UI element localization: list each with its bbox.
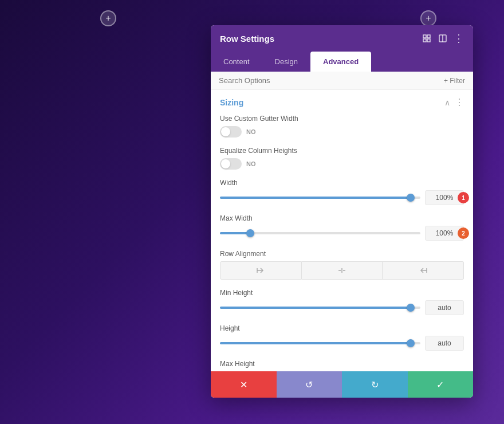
equalize-heights-toggle[interactable] bbox=[220, 158, 242, 170]
panel-tabs: Content Design Advanced bbox=[211, 52, 473, 72]
panel-body: Sizing ∧ ⋮ Use Custom Gutter Width NO E bbox=[211, 90, 473, 371]
row-alignment-field: Row Alignment bbox=[220, 250, 464, 280]
max-width-slider-row: 100% 2 bbox=[220, 226, 464, 241]
custom-gutter-field: Use Custom Gutter Width NO bbox=[220, 115, 464, 138]
width-badge: 1 bbox=[458, 192, 469, 203]
tab-design[interactable]: Design bbox=[262, 52, 310, 72]
tab-advanced[interactable]: Advanced bbox=[310, 52, 371, 72]
width-value: 100% 1 bbox=[425, 190, 464, 205]
panel-footer: ✕ ↺ ↻ ✓ bbox=[211, 371, 473, 398]
min-height-slider-thumb[interactable] bbox=[407, 304, 415, 312]
svg-rect-2 bbox=[423, 39, 426, 42]
max-height-label: Max Height bbox=[220, 360, 464, 368]
filter-button[interactable]: + Filter bbox=[444, 77, 465, 85]
panel-header: Row Settings ⋮ bbox=[211, 25, 473, 52]
fullscreen-icon[interactable] bbox=[422, 33, 432, 44]
grid-icon[interactable] bbox=[438, 33, 448, 44]
min-height-slider-row: auto bbox=[220, 300, 464, 315]
min-height-field: Min Height auto bbox=[220, 289, 464, 315]
search-input[interactable] bbox=[219, 76, 444, 85]
width-slider-row: 100% 1 bbox=[220, 190, 464, 205]
min-height-slider-fill bbox=[220, 307, 411, 309]
custom-gutter-toggle-row: NO bbox=[220, 126, 464, 138]
max-width-field: Max Width 100% 2 bbox=[220, 214, 464, 241]
svg-rect-3 bbox=[427, 39, 430, 42]
width-slider-thumb[interactable] bbox=[407, 194, 415, 202]
sizing-title: Sizing bbox=[220, 98, 243, 107]
align-left-button[interactable] bbox=[220, 261, 302, 280]
width-slider-track[interactable] bbox=[220, 197, 420, 199]
tab-content[interactable]: Content bbox=[211, 52, 262, 72]
svg-rect-1 bbox=[427, 35, 430, 38]
height-value: auto bbox=[425, 336, 464, 351]
align-center-button[interactable] bbox=[302, 261, 383, 280]
search-bar: + Filter bbox=[211, 72, 473, 90]
equalize-heights-label: Equalize Column Heights bbox=[220, 147, 464, 155]
collapse-icon[interactable]: ∧ bbox=[444, 98, 450, 107]
custom-gutter-value: NO bbox=[246, 128, 256, 135]
custom-gutter-label: Use Custom Gutter Width bbox=[220, 115, 464, 123]
add-button-top-right[interactable]: + bbox=[420, 10, 436, 26]
section-more-icon[interactable]: ⋮ bbox=[455, 97, 464, 108]
max-width-slider-track[interactable] bbox=[220, 232, 420, 234]
width-label: Width bbox=[220, 179, 464, 187]
svg-rect-0 bbox=[423, 35, 426, 38]
height-slider-thumb[interactable] bbox=[407, 339, 415, 347]
row-settings-panel: Row Settings ⋮ Co bbox=[211, 25, 473, 398]
height-slider-track[interactable] bbox=[220, 342, 420, 344]
max-width-label: Max Width bbox=[220, 214, 464, 222]
panel-title: Row Settings bbox=[220, 34, 274, 44]
max-width-badge: 2 bbox=[458, 227, 469, 239]
alignment-buttons bbox=[220, 261, 464, 280]
max-width-value: 100% 2 bbox=[425, 226, 464, 241]
panel-header-actions: ⋮ bbox=[422, 33, 464, 44]
equalize-heights-toggle-row: NO bbox=[220, 158, 464, 170]
sizing-section: Sizing ∧ ⋮ Use Custom Gutter Width NO E bbox=[211, 90, 473, 371]
add-button-top-left[interactable]: + bbox=[100, 10, 116, 26]
cancel-button[interactable]: ✕ bbox=[211, 371, 277, 398]
min-height-label: Min Height bbox=[220, 289, 464, 297]
custom-gutter-toggle[interactable] bbox=[220, 126, 242, 138]
save-button[interactable]: ✓ bbox=[408, 371, 474, 398]
min-height-value: auto bbox=[425, 300, 464, 315]
redo-button[interactable]: ↻ bbox=[342, 371, 408, 398]
max-height-field: Max Height none bbox=[220, 360, 464, 371]
section-controls: ∧ ⋮ bbox=[444, 97, 464, 108]
align-right-button[interactable] bbox=[383, 261, 464, 280]
width-slider-fill bbox=[220, 197, 411, 199]
max-width-slider-thumb[interactable] bbox=[246, 229, 254, 237]
toggle-knob bbox=[221, 127, 230, 136]
equalize-heights-value: NO bbox=[246, 160, 256, 167]
height-field: Height auto bbox=[220, 324, 464, 351]
undo-button[interactable]: ↺ bbox=[277, 371, 342, 398]
height-slider-fill bbox=[220, 342, 411, 344]
toggle-knob-2 bbox=[221, 159, 230, 168]
equalize-heights-field: Equalize Column Heights NO bbox=[220, 147, 464, 170]
sizing-section-header: Sizing ∧ ⋮ bbox=[220, 97, 464, 108]
min-height-slider-track[interactable] bbox=[220, 307, 420, 309]
width-field: Width 100% 1 bbox=[220, 179, 464, 205]
row-alignment-label: Row Alignment bbox=[220, 250, 464, 258]
more-options-icon[interactable]: ⋮ bbox=[454, 33, 464, 44]
height-label: Height bbox=[220, 324, 464, 332]
height-slider-row: auto bbox=[220, 336, 464, 351]
